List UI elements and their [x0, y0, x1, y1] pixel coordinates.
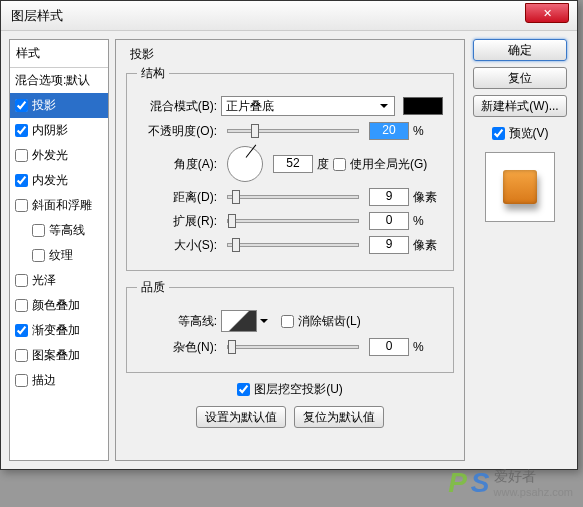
distance-input[interactable]: 9 — [369, 188, 409, 206]
set-default-button[interactable]: 设置为默认值 — [196, 406, 286, 428]
style-label: 内发光 — [32, 172, 68, 189]
watermark-url: www.psahz.com — [494, 486, 573, 498]
opacity-label: 不透明度(O): — [137, 123, 217, 140]
style-label: 外发光 — [32, 147, 68, 164]
shadow-color-swatch[interactable] — [403, 97, 443, 115]
style-checkbox[interactable] — [32, 224, 45, 237]
cancel-button[interactable]: 复位 — [473, 67, 567, 89]
size-unit: 像素 — [413, 237, 443, 254]
style-label: 渐变叠加 — [32, 322, 80, 339]
spread-label: 扩展(R): — [137, 213, 217, 230]
contour-picker[interactable] — [221, 310, 257, 332]
ok-button[interactable]: 确定 — [473, 39, 567, 61]
structure-legend: 结构 — [137, 65, 169, 82]
angle-unit: 度 — [317, 156, 329, 173]
preview-checkbox[interactable] — [492, 127, 505, 140]
sidebar-item-10[interactable]: 渐变叠加 — [10, 318, 108, 343]
sidebar-item-9[interactable]: 颜色叠加 — [10, 293, 108, 318]
global-light-checkbox[interactable] — [333, 158, 346, 171]
distance-label: 距离(D): — [137, 189, 217, 206]
antialias-checkbox[interactable] — [281, 315, 294, 328]
watermark-brand: 爱好者 — [494, 468, 573, 486]
preview-thumbnail — [485, 152, 555, 222]
spread-unit: % — [413, 214, 443, 228]
sidebar-item-0[interactable]: 混合选项:默认 — [10, 68, 108, 93]
knockout-checkbox[interactable] — [237, 383, 250, 396]
style-label: 图案叠加 — [32, 347, 80, 364]
sidebar-item-3[interactable]: 外发光 — [10, 143, 108, 168]
structure-group: 结构 混合模式(B): 正片叠底 不透明度(O): 20 % 角度(A): 52 — [126, 65, 454, 271]
sidebar-item-8[interactable]: 光泽 — [10, 268, 108, 293]
layer-style-dialog: 图层样式 ✕ 样式 混合选项:默认投影内阴影外发光内发光斜面和浮雕等高线纹理光泽… — [0, 0, 578, 470]
sidebar-item-11[interactable]: 图案叠加 — [10, 343, 108, 368]
style-checkbox[interactable] — [15, 174, 28, 187]
reset-default-button[interactable]: 复位为默认值 — [294, 406, 384, 428]
size-input[interactable]: 9 — [369, 236, 409, 254]
style-label: 颜色叠加 — [32, 297, 80, 314]
preview-label: 预览(V) — [509, 125, 549, 142]
style-checkbox[interactable] — [15, 324, 28, 337]
preview-cube-icon — [503, 170, 537, 204]
noise-slider[interactable] — [227, 345, 359, 349]
size-label: 大小(S): — [137, 237, 217, 254]
panel-title: 投影 — [130, 46, 454, 63]
new-style-button[interactable]: 新建样式(W)... — [473, 95, 567, 117]
distance-unit: 像素 — [413, 189, 443, 206]
opacity-slider[interactable] — [227, 129, 359, 133]
style-label: 混合选项:默认 — [15, 72, 90, 89]
style-checkbox[interactable] — [15, 299, 28, 312]
spread-slider[interactable] — [227, 219, 359, 223]
style-checkbox[interactable] — [15, 274, 28, 287]
size-slider[interactable] — [227, 243, 359, 247]
style-label: 纹理 — [49, 247, 73, 264]
close-button[interactable]: ✕ — [525, 3, 569, 23]
style-checkbox[interactable] — [15, 149, 28, 162]
knockout-label: 图层挖空投影(U) — [254, 381, 343, 398]
style-checkbox[interactable] — [15, 124, 28, 137]
style-checkbox[interactable] — [32, 249, 45, 262]
blend-mode-label: 混合模式(B): — [137, 98, 217, 115]
blend-mode-dropdown[interactable]: 正片叠底 — [221, 96, 395, 116]
style-label: 斜面和浮雕 — [32, 197, 92, 214]
sidebar-item-7[interactable]: 纹理 — [10, 243, 108, 268]
distance-slider[interactable] — [227, 195, 359, 199]
styles-header: 样式 — [10, 40, 108, 68]
sidebar-item-5[interactable]: 斜面和浮雕 — [10, 193, 108, 218]
action-panel: 确定 复位 新建样式(W)... 预览(V) — [471, 39, 569, 461]
opacity-input[interactable]: 20 — [369, 122, 409, 140]
sidebar-item-2[interactable]: 内阴影 — [10, 118, 108, 143]
styles-sidebar: 样式 混合选项:默认投影内阴影外发光内发光斜面和浮雕等高线纹理光泽颜色叠加渐变叠… — [9, 39, 109, 461]
quality-legend: 品质 — [137, 279, 169, 296]
angle-label: 角度(A): — [137, 156, 217, 173]
opacity-unit: % — [413, 124, 443, 138]
sidebar-item-6[interactable]: 等高线 — [10, 218, 108, 243]
noise-label: 杂色(N): — [137, 339, 217, 356]
global-light-label: 使用全局光(G) — [350, 156, 427, 173]
sidebar-item-1[interactable]: 投影 — [10, 93, 108, 118]
style-label: 等高线 — [49, 222, 85, 239]
window-title: 图层样式 — [11, 7, 63, 25]
style-label: 描边 — [32, 372, 56, 389]
sidebar-item-4[interactable]: 内发光 — [10, 168, 108, 193]
style-label: 光泽 — [32, 272, 56, 289]
spread-input[interactable]: 0 — [369, 212, 409, 230]
style-checkbox[interactable] — [15, 99, 28, 112]
angle-dial[interactable] — [227, 146, 263, 182]
settings-panel: 投影 结构 混合模式(B): 正片叠底 不透明度(O): 20 % 角度(A): — [115, 39, 465, 461]
angle-input[interactable]: 52 — [273, 155, 313, 173]
watermark: PS 爱好者 www.psahz.com — [448, 467, 573, 499]
title-bar[interactable]: 图层样式 ✕ — [1, 1, 577, 31]
style-label: 投影 — [32, 97, 56, 114]
noise-input[interactable]: 0 — [369, 338, 409, 356]
style-checkbox[interactable] — [15, 349, 28, 362]
style-label: 内阴影 — [32, 122, 68, 139]
noise-unit: % — [413, 340, 443, 354]
watermark-p-icon: P — [448, 467, 467, 499]
antialias-label: 消除锯齿(L) — [298, 313, 361, 330]
watermark-s-icon: S — [471, 467, 490, 499]
style-checkbox[interactable] — [15, 374, 28, 387]
style-checkbox[interactable] — [15, 199, 28, 212]
contour-label: 等高线: — [137, 313, 217, 330]
sidebar-item-12[interactable]: 描边 — [10, 368, 108, 393]
quality-group: 品质 等高线: 消除锯齿(L) 杂色(N): 0 % — [126, 279, 454, 373]
